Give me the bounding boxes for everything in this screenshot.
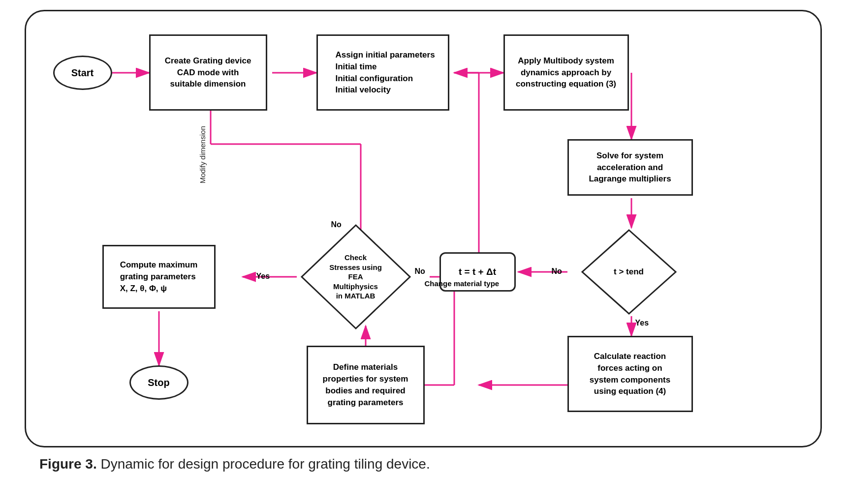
solve-rect: Solve for system acceleration and Lagran… [567, 139, 693, 196]
start-oval: Start [53, 56, 112, 90]
check-stresses-diamond: Check Stresses using FEA Multiphysics in… [299, 223, 412, 331]
create-cad-rect: Create Grating device CAD mode with suit… [149, 34, 267, 111]
change-material-label: Change material type [425, 279, 500, 288]
no-label-right: No [415, 267, 425, 276]
assign-params-rect: Assign initial parameters Initial time I… [316, 34, 449, 111]
yes-label-ttend: Yes [635, 319, 649, 327]
compute-max-rect: Compute maximumgrating parametersX, Z, θ… [102, 245, 216, 309]
calc-reaction-rect: Calculate reaction forces acting on syst… [567, 336, 693, 412]
figure-text: Dynamic for design procedure for grating… [97, 456, 430, 472]
modify-dimension-label: Modify dimension [198, 115, 207, 183]
define-materials-rect: Define materials properties for system b… [307, 346, 425, 424]
stop-oval: Stop [129, 365, 188, 400]
no-label-ttend: No [552, 267, 562, 276]
no-label-top: No [331, 220, 342, 229]
figure-caption: Figure 3. Dynamic for design procedure f… [39, 456, 826, 472]
yes-label-check: Yes [256, 272, 270, 281]
figure-label: Figure 3. [39, 456, 97, 472]
t-tend-diamond: t > tend [580, 228, 678, 316]
apply-multibody-rect: Apply Multibody system dynamics approach… [503, 34, 629, 111]
flowchart-diagram: Start Create Grating device CAD mode wit… [25, 10, 822, 447]
